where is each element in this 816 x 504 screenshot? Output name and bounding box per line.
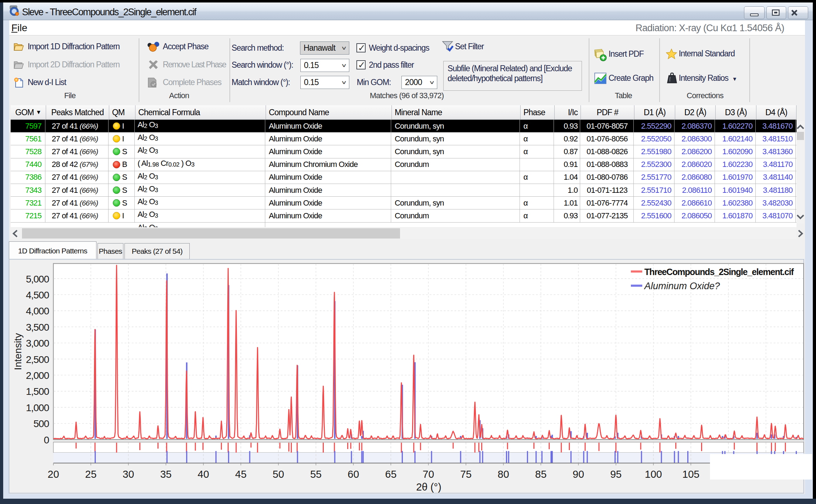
svg-text:105: 105	[682, 469, 699, 480]
svg-text:2,000: 2,000	[26, 370, 49, 381]
svg-text:85: 85	[535, 469, 546, 480]
svg-text:45: 45	[235, 469, 246, 480]
svg-text:35: 35	[160, 469, 172, 480]
svg-text:80: 80	[498, 469, 509, 480]
svg-text:20: 20	[48, 469, 59, 480]
svg-text:3,000: 3,000	[26, 338, 49, 349]
svg-text:ThreeCompounds_2Single_element: ThreeCompounds_2Single_element.cif	[644, 267, 794, 277]
svg-text:60: 60	[348, 469, 359, 480]
svg-text:100: 100	[645, 469, 662, 480]
svg-text:1,000: 1,000	[26, 402, 49, 413]
svg-text:55: 55	[310, 469, 322, 480]
svg-text:Aluminum Oxide?: Aluminum Oxide?	[644, 281, 720, 291]
svg-text:25: 25	[85, 469, 96, 480]
svg-text:500: 500	[33, 418, 49, 429]
svg-text:0: 0	[44, 435, 49, 446]
svg-text:5,000: 5,000	[26, 274, 49, 285]
svg-text:75: 75	[460, 469, 472, 480]
svg-text:90: 90	[573, 469, 584, 480]
svg-text:65: 65	[385, 469, 396, 480]
svg-text:4,500: 4,500	[26, 290, 49, 301]
svg-text:3,500: 3,500	[26, 322, 49, 333]
svg-text:Intensity: Intensity	[12, 333, 23, 370]
svg-text:70: 70	[423, 469, 434, 480]
svg-text:2,500: 2,500	[26, 354, 49, 365]
svg-text:30: 30	[123, 469, 134, 480]
svg-text:40: 40	[198, 469, 209, 480]
svg-text:2θ (°): 2θ (°)	[416, 481, 441, 493]
svg-text:50: 50	[273, 469, 284, 480]
svg-text:4,000: 4,000	[26, 306, 49, 317]
svg-text:95: 95	[610, 469, 622, 480]
svg-text:1,500: 1,500	[26, 386, 49, 397]
